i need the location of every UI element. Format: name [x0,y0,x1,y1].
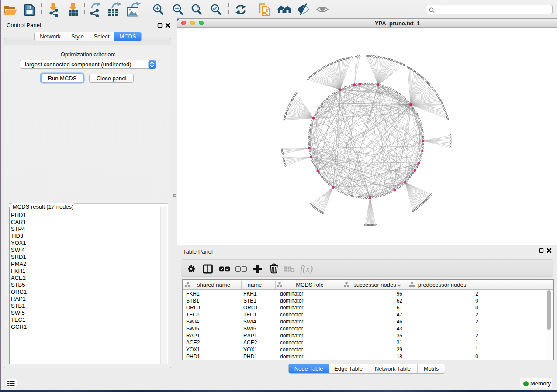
svg-text:f(x): f(x) [300,264,313,274]
